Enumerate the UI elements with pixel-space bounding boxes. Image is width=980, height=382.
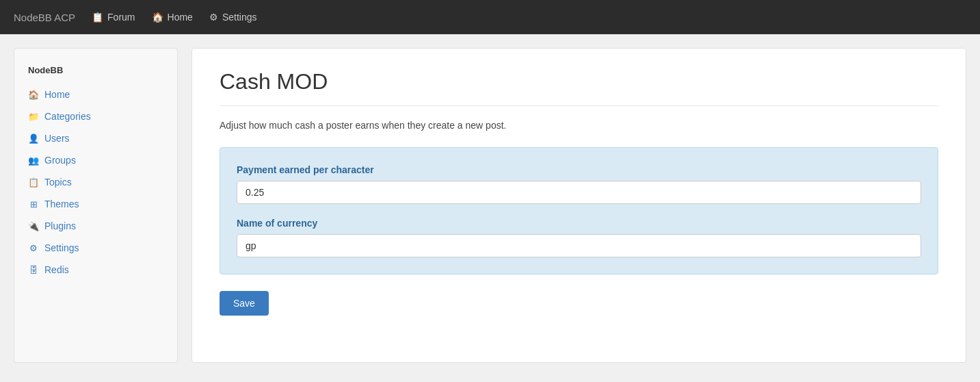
home-nav-icon: 🏠 bbox=[152, 12, 163, 23]
page-divider bbox=[220, 105, 938, 106]
currency-form-group: Name of currency bbox=[237, 218, 921, 257]
sidebar-item-plugins[interactable]: 🔌 Plugins bbox=[14, 215, 177, 237]
redis-icon: 🗄 bbox=[28, 265, 39, 275]
navbar-link-home[interactable]: 🏠 Home bbox=[152, 12, 193, 23]
save-button[interactable]: Save bbox=[220, 291, 269, 316]
navbar-link-forum[interactable]: 📋 Forum bbox=[92, 12, 135, 23]
currency-label: Name of currency bbox=[237, 218, 921, 229]
sidebar-section-title: NodeBB bbox=[14, 60, 177, 84]
topics-icon: 📋 bbox=[28, 177, 39, 188]
sidebar-item-redis[interactable]: 🗄 Redis bbox=[14, 259, 177, 281]
navbar-link-settings[interactable]: ⚙ Settings bbox=[209, 12, 257, 23]
home-icon: 🏠 bbox=[28, 90, 39, 100]
sidebar-item-topics[interactable]: 📋 Topics bbox=[14, 171, 177, 193]
sidebar: NodeBB 🏠 Home 📁 Categories 👤 Users 👥 Gro… bbox=[14, 48, 178, 363]
payment-form-group: Payment earned per character bbox=[237, 164, 921, 204]
navbar: NodeBB ACP 📋 Forum 🏠 Home ⚙ Settings bbox=[0, 0, 980, 34]
groups-icon: 👥 bbox=[28, 155, 39, 166]
main-content: Cash MOD Adjust how much cash a poster e… bbox=[191, 48, 966, 363]
plugins-icon: 🔌 bbox=[28, 221, 39, 231]
page-title: Cash MOD bbox=[220, 69, 938, 94]
sidebar-item-groups[interactable]: 👥 Groups bbox=[14, 149, 177, 171]
settings-nav-icon: ⚙ bbox=[209, 12, 218, 23]
sidebar-item-users[interactable]: 👤 Users bbox=[14, 127, 177, 149]
navbar-brand[interactable]: NodeBB ACP bbox=[14, 12, 75, 23]
categories-icon: 📁 bbox=[28, 112, 39, 122]
sidebar-item-categories[interactable]: 📁 Categories bbox=[14, 105, 177, 127]
form-panel: Payment earned per character Name of cur… bbox=[220, 147, 938, 275]
settings-icon: ⚙ bbox=[28, 243, 39, 253]
sidebar-item-themes[interactable]: ⊞ Themes bbox=[14, 193, 177, 215]
page-description: Adjust how much cash a poster earns when… bbox=[220, 120, 938, 131]
page-container: NodeBB 🏠 Home 📁 Categories 👤 Users 👥 Gro… bbox=[0, 34, 980, 377]
forum-icon: 📋 bbox=[92, 12, 103, 23]
themes-icon: ⊞ bbox=[28, 199, 39, 209]
users-icon: 👤 bbox=[28, 133, 39, 144]
sidebar-item-home[interactable]: 🏠 Home bbox=[14, 84, 177, 105]
sidebar-item-settings[interactable]: ⚙ Settings bbox=[14, 237, 177, 259]
currency-input[interactable] bbox=[237, 234, 921, 257]
payment-input[interactable] bbox=[237, 181, 921, 204]
payment-label: Payment earned per character bbox=[237, 164, 921, 175]
